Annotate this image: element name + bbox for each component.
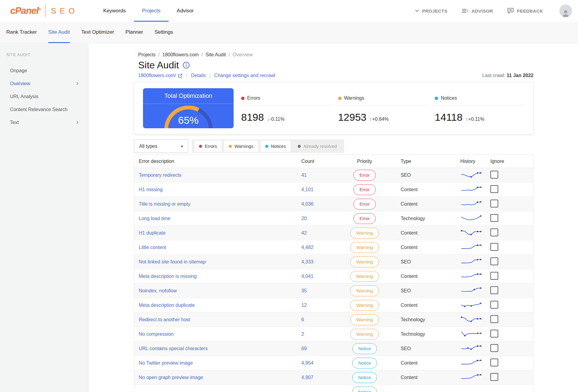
summary-card: Total Optimization 65% Errors 8198 ↓ [134,82,533,134]
issue-description-link[interactable]: Little content [139,245,166,250]
issue-count-link[interactable]: 2 [301,331,304,337]
issue-count-link[interactable]: 4,482 [301,245,313,250]
issue-count-link[interactable]: 42 [301,230,307,235]
issue-count-link[interactable]: 6 [301,317,304,322]
projects-switcher-button[interactable]: PROJECTS [415,8,447,14]
ignore-checkbox[interactable] [490,229,498,236]
issue-count-link[interactable]: 4,101 [301,187,313,192]
issue-description-link[interactable]: Redirect to another host [139,317,190,322]
issue-count-link[interactable]: 12 [301,303,307,308]
cpanel-seo-logo[interactable]: cPanel® SEO [10,5,78,17]
filter-chip-label: Already resolved [303,144,337,149]
tab-site-audit[interactable]: Site Audit [48,22,70,43]
errors-dot-icon [199,145,202,148]
issue-type: Technology [401,317,425,322]
nav-projects[interactable]: Projects [134,0,169,22]
type-filter-select[interactable]: All types ▼ [134,139,188,153]
issue-count-link[interactable]: 4,954 [301,360,313,366]
priority-badge: Warning [350,242,379,253]
ignore-checkbox[interactable] [490,185,498,193]
user-avatar[interactable] [559,5,572,17]
breadcrumb-projects[interactable]: Projects [138,52,156,58]
issue-description-link[interactable]: Meta description duplicate [139,303,195,308]
issue-count-link[interactable]: 20 [301,216,307,221]
issue-description-link[interactable]: H1 missing [139,187,163,192]
breadcrumb-1800flowers-com[interactable]: 1800flowers.com [162,52,199,58]
tab-rank-tracker[interactable]: Rank Tracker [6,22,37,43]
issue-count-link[interactable]: 4,036 [301,201,313,207]
sidebar-item-label: Text [10,120,19,125]
feedback-button[interactable]: FEEDBACK [507,8,543,14]
sidebar-item-text[interactable]: Text› [0,116,88,129]
priority-badge: Warning [350,257,379,267]
ignore-checkbox[interactable] [490,243,498,251]
feedback-bubble-icon [507,8,514,14]
nav-advisor[interactable]: Advisor [169,0,202,22]
issue-description-link[interactable]: No Twitter preview image [139,360,193,366]
ignore-checkbox[interactable] [490,344,498,352]
issue-description-link[interactable]: No compression [139,331,174,337]
issue-description-link[interactable]: Not linked site found in sitemap [139,259,206,264]
registered-mark: ® [39,8,41,11]
sidebar-item-url-analysis[interactable]: URL Analysis [0,90,88,103]
filter-chip-label: Errors [205,144,217,149]
filter-chip-warnings[interactable]: Warnings [224,141,258,152]
tab-text-optimizer[interactable]: Text Optimizer [81,22,114,43]
table-row: Redirect to another host 6 Warning Techn… [134,313,533,327]
change-settings-recrawl-link[interactable]: Change settings and recrawl [214,73,275,78]
site-url-link[interactable]: 1800flowers.com/ [138,73,182,78]
ignore-checkbox[interactable] [490,301,498,309]
issue-description-link[interactable]: Temporary redirects [139,173,181,178]
ignore-checkbox[interactable] [490,257,498,265]
ignore-checkbox[interactable] [490,286,498,294]
ignore-checkbox[interactable] [490,373,498,381]
stat-label: Errors [247,95,260,101]
history-sparkline [460,185,490,195]
issue-description-link[interactable]: URL contains special characters [139,346,208,351]
ignore-checkbox[interactable] [490,171,498,179]
ignore-checkbox[interactable] [490,214,498,222]
ignore-checkbox[interactable] [490,200,498,207]
issue-description-link[interactable]: H1 duplicate [139,230,166,235]
filter-chip-errors[interactable]: Errors [194,141,222,152]
sidebar-item-content-relevance-search[interactable]: Content Relevance Search [0,103,88,116]
issue-description-link[interactable]: Long load time [139,216,170,221]
issue-count-link[interactable]: 4,041 [301,274,313,279]
summary-stats: Errors 8198 ↓-0.11% Warnings 1295 [241,88,524,128]
priority-badge: Error [353,184,375,195]
projects-switcher-label: PROJECTS [422,8,447,14]
issue-count-link[interactable]: 69 [301,346,307,351]
product-name: SEO [51,6,78,16]
issue-description-link[interactable]: Noindex, nofollow [139,288,177,293]
sidebar-item-overview[interactable]: Overview› [0,77,88,90]
sidebar-item-onpage[interactable]: Onpage [0,64,88,77]
breadcrumb-site-audit[interactable]: Site Audit [206,52,226,58]
info-icon[interactable] [183,62,190,69]
nav-keywords[interactable]: Keywords [95,0,134,22]
advisor-list-icon [462,8,468,13]
issue-description-link[interactable]: Title is missing or empty [139,201,190,207]
filter-chip-already-resolved[interactable]: Already resolved [293,141,342,152]
issue-description-link[interactable]: No open graph preview image [139,375,203,380]
chevron-right-icon: › [76,79,79,87]
issue-count-link[interactable]: 4,333 [301,259,313,264]
advisor-button[interactable]: ADVISOR [462,8,493,14]
tab-planner[interactable]: Planner [126,22,143,43]
tab-settings[interactable]: Settings [154,22,173,43]
issue-type: SEO [401,288,411,293]
ignore-checkbox[interactable] [490,272,498,280]
details-link[interactable]: Details [191,73,206,78]
filter-chip-notices[interactable]: Notices [261,141,291,152]
column-header-history: History [460,159,490,164]
ignore-checkbox[interactable] [490,315,498,323]
issue-count-link[interactable]: 41 [301,173,307,178]
stat-value: 12953 [338,111,367,123]
stat-warnings: Warnings 12953 ↑+0.64% [338,88,427,128]
history-sparkline [460,286,490,296]
issue-count-link[interactable]: 35 [301,288,307,293]
ignore-checkbox[interactable] [490,330,498,338]
ignore-checkbox[interactable] [490,359,498,366]
issue-count-link[interactable]: 4,907 [301,375,313,380]
issue-type: Content [401,245,418,250]
issue-description-link[interactable]: Meta description is missing [139,274,197,279]
